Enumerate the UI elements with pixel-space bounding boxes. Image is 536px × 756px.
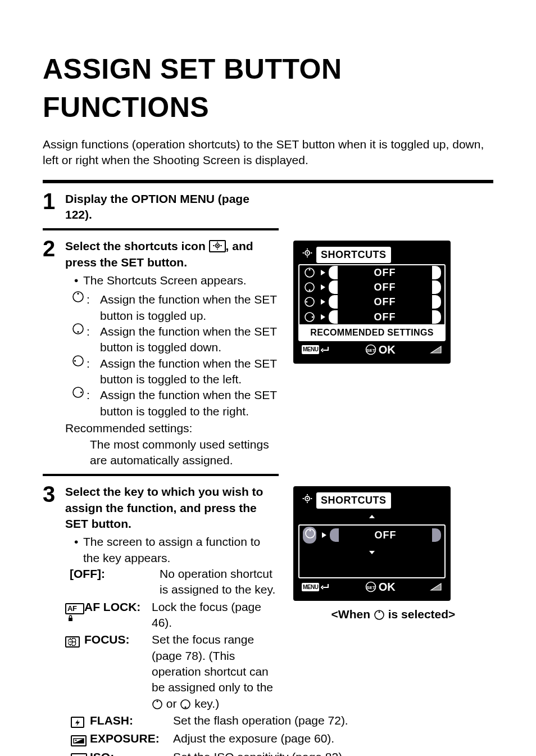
step-3: 3 Select the key to which you wish to as… <box>43 484 493 713</box>
shortcuts-screen: SHORTCUTS OFF OFF <box>293 241 451 363</box>
intro-text: Assign functions (operation shortcuts) t… <box>43 137 493 169</box>
svg-point-37 <box>310 529 311 531</box>
svg-point-33 <box>307 498 308 500</box>
svg-point-23 <box>312 316 314 318</box>
aflock-icon: AF <box>65 599 84 616</box>
dir-up-icon <box>304 267 315 278</box>
dir-up-icon <box>152 699 163 710</box>
assign-key-screen: SHORTCUTS OFF MENU <box>293 486 451 601</box>
page-corner-icon <box>430 582 442 591</box>
step-3-note: The screen to assign a function to the k… <box>74 534 279 566</box>
recommended-text: The most commonly used settings are auto… <box>90 437 279 469</box>
set-icon: SET <box>365 344 376 355</box>
return-icon <box>320 346 330 354</box>
step-3-heading: Select the key to which you wish to assi… <box>65 485 263 530</box>
focus-text: Set the focus range (page 78). (This ope… <box>152 632 279 712</box>
exposure-icon <box>71 731 90 748</box>
svg-point-21 <box>306 301 307 303</box>
dir-down-icon <box>304 282 315 293</box>
arrow-right-icon <box>320 313 326 321</box>
svg-point-17 <box>309 269 311 270</box>
dir-down-text: Assign the function when the SET button … <box>100 325 277 354</box>
divider-short <box>43 474 279 476</box>
lcd-row-down: OFF <box>299 280 444 295</box>
lcd2-title: SHORTCUTS <box>316 492 391 508</box>
focus-icon <box>65 632 84 649</box>
step-2-heading-a: Select the shortcuts icon <box>65 239 209 252</box>
dir-left-icon <box>304 296 315 307</box>
lcd-row-right-value: OFF <box>338 310 432 324</box>
svg-point-2 <box>213 245 214 246</box>
flash-label: FLASH: <box>90 713 173 728</box>
arrow-right-icon <box>321 531 328 539</box>
svg-point-34 <box>302 498 303 499</box>
up-arrow-icon <box>298 508 446 523</box>
iso-icon: ISO <box>71 749 90 756</box>
svg-text:SET: SET <box>366 348 375 353</box>
lcd2-value: OFF <box>339 528 432 542</box>
aflock-text: Lock the focus (page 46). <box>152 599 279 631</box>
step-2: 2 Select the shortcuts icon , and press … <box>43 238 493 468</box>
arrow-right-icon <box>320 298 326 306</box>
dir-up-icon <box>305 528 316 539</box>
dir-down-icon <box>72 323 84 339</box>
lcd2-ok-button: SET OK <box>365 580 396 595</box>
step-2-number: 2 <box>43 238 56 259</box>
svg-point-19 <box>309 289 311 291</box>
dir-up-item: : Assign the function when the SET butto… <box>73 292 279 324</box>
focus-label: FOCUS: <box>84 632 152 648</box>
flash-icon <box>71 713 90 730</box>
iso-label: ISO: <box>90 749 173 756</box>
lcd2-ok-label: OK <box>379 580 396 595</box>
divider <box>43 180 493 183</box>
svg-rect-26 <box>69 618 72 621</box>
lcd-title: SHORTCUTS <box>316 247 391 262</box>
svg-point-7 <box>77 331 79 333</box>
page-title: ASSIGN SET BUTTON FUNCTIONS <box>43 51 493 126</box>
svg-point-5 <box>77 293 79 295</box>
step-1-number: 1 <box>43 191 56 211</box>
svg-point-9 <box>74 360 76 361</box>
lcd2-row: OFF <box>299 526 444 545</box>
aflock-label: AF LOCK: <box>84 599 152 615</box>
svg-point-15 <box>311 252 312 253</box>
lcd-row-up-value: OFF <box>338 266 432 279</box>
step-2-note: The Shortcuts Screen appears. <box>74 273 279 288</box>
menu-label: MENU <box>302 583 319 592</box>
arrow-right-icon <box>320 283 326 291</box>
svg-rect-44 <box>75 740 77 741</box>
lcd-row-down-value: OFF <box>338 280 432 294</box>
step-3-number: 3 <box>43 484 56 504</box>
dir-up-icon <box>72 291 84 307</box>
off-label: [OFF]: <box>70 566 160 598</box>
dir-down-icon <box>180 699 191 710</box>
lcd-ok-label: OK <box>379 342 396 357</box>
exposure-text: Adjust the exposure (page 60). <box>173 731 493 746</box>
divider-short <box>43 228 279 230</box>
exposure-label: EXPOSURE: <box>90 731 173 746</box>
dir-left-text: Assign the function when the SET button … <box>100 357 277 386</box>
svg-point-14 <box>302 252 303 253</box>
dir-up-icon <box>374 609 385 621</box>
arrow-right-icon <box>320 269 326 277</box>
lcd-recommended: RECOMMENDED SETTINGS <box>299 324 444 340</box>
dir-right-item: : Assign the function when the SET butto… <box>73 387 279 419</box>
dir-down-item: : Assign the function when the SET butto… <box>73 324 279 356</box>
svg-point-3 <box>221 245 222 246</box>
page-corner-icon <box>430 345 442 354</box>
step-1-heading: Display the OPTION MENU (page 122). <box>65 192 249 221</box>
flash-text: Set the flash operation (page 72). <box>173 713 493 728</box>
svg-point-29 <box>157 700 158 702</box>
lcd-row-left: OFF <box>299 295 444 309</box>
menu-label: MENU <box>302 345 319 354</box>
dir-right-icon <box>72 386 84 402</box>
dir-left-item: : Assign the function when the SET butto… <box>73 356 279 388</box>
svg-point-41 <box>378 612 380 613</box>
set-icon: SET <box>365 581 376 592</box>
recommended-label: Recommended settings: <box>65 420 279 436</box>
svg-point-1 <box>216 245 217 246</box>
lcd-row-right: OFF <box>299 310 444 324</box>
lcd2-caption: <When is selected> <box>293 606 493 622</box>
svg-text:SET: SET <box>366 585 375 590</box>
iso-text: Set the ISO sensitivity (page 82). <box>173 749 493 756</box>
